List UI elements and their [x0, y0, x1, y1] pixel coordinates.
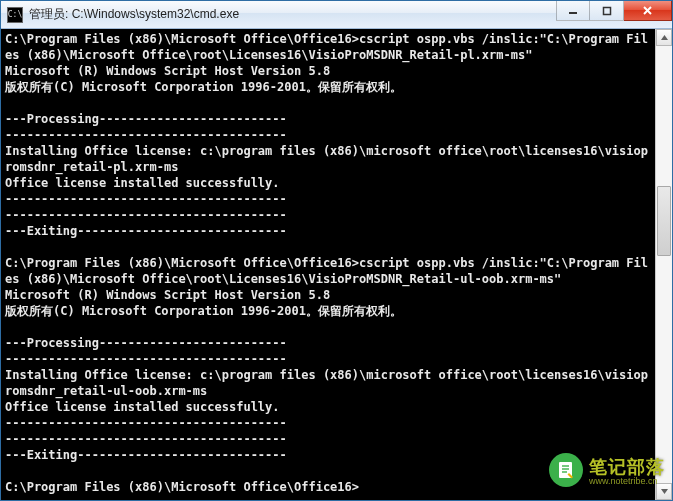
scroll-up-button[interactable] [656, 29, 672, 46]
maximize-button[interactable] [590, 1, 624, 21]
console-output[interactable]: C:\Program Files (x86)\Microsoft Office\… [1, 29, 655, 500]
cmd-window: C:\ 管理员: C:\Windows\system32\cmd.exe C:\… [0, 0, 673, 501]
minimize-button[interactable] [556, 1, 590, 21]
vertical-scrollbar[interactable] [655, 29, 672, 500]
chevron-up-icon [661, 35, 668, 40]
svg-rect-1 [603, 7, 610, 14]
scroll-track[interactable] [656, 46, 672, 483]
cmd-icon: C:\ [7, 7, 23, 23]
svg-marker-5 [661, 489, 668, 494]
close-button[interactable] [624, 1, 672, 21]
chevron-down-icon [661, 489, 668, 494]
svg-marker-4 [661, 35, 668, 40]
titlebar[interactable]: C:\ 管理员: C:\Windows\system32\cmd.exe [1, 1, 672, 29]
close-icon [642, 5, 653, 16]
minimize-icon [568, 6, 578, 16]
scroll-down-button[interactable] [656, 483, 672, 500]
window-title: 管理员: C:\Windows\system32\cmd.exe [29, 6, 239, 23]
scroll-thumb[interactable] [657, 186, 671, 256]
maximize-icon [602, 6, 612, 16]
console-area: C:\Program Files (x86)\Microsoft Office\… [1, 29, 672, 500]
window-controls [556, 1, 672, 28]
